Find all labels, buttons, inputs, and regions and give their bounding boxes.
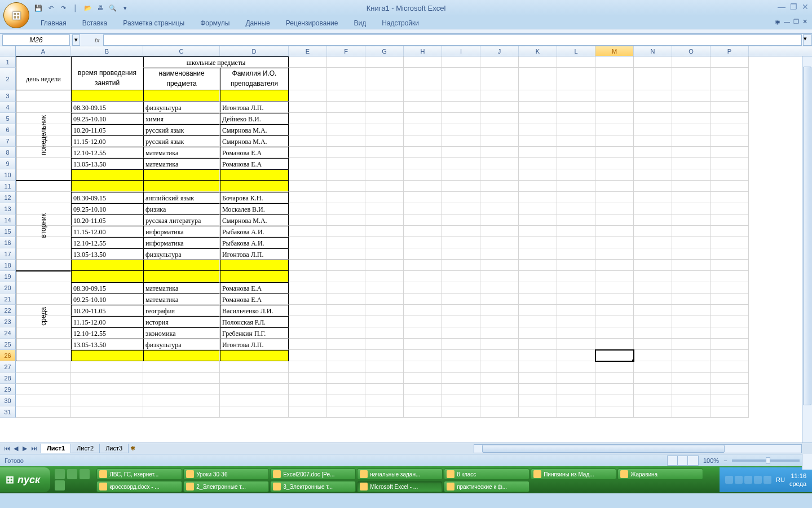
cell[interactable] xyxy=(710,147,749,158)
cell[interactable] xyxy=(710,294,749,305)
teacher-cell[interactable]: Игонтова Л.П. xyxy=(220,102,289,113)
cell[interactable] xyxy=(404,237,442,248)
row-header-19[interactable]: 19 xyxy=(0,271,16,282)
cell[interactable] xyxy=(365,113,404,124)
cell[interactable] xyxy=(634,339,672,350)
cell[interactable] xyxy=(289,294,327,305)
teacher-cell[interactable]: Бочарова К.Н. xyxy=(220,192,289,203)
cell[interactable] xyxy=(519,373,557,384)
cell[interactable] xyxy=(634,395,672,406)
cell[interactable] xyxy=(480,214,519,226)
cell[interactable] xyxy=(595,203,634,214)
cell[interactable] xyxy=(480,305,519,316)
cell[interactable] xyxy=(404,327,442,339)
cell[interactable] xyxy=(710,305,749,316)
cell[interactable] xyxy=(442,294,480,305)
cell[interactable] xyxy=(442,203,480,214)
cell[interactable] xyxy=(634,192,672,203)
cell[interactable] xyxy=(672,147,710,158)
teacher-cell[interactable]: Игонтова Л.П. xyxy=(220,339,289,350)
cell[interactable] xyxy=(519,192,557,203)
cell[interactable] xyxy=(289,181,327,192)
ribbon-tab-Формулы[interactable]: Формулы xyxy=(193,17,236,29)
cell[interactable] xyxy=(480,169,519,181)
row-header-26[interactable]: 26 xyxy=(0,350,16,361)
cell[interactable] xyxy=(289,406,327,418)
cell[interactable] xyxy=(557,90,595,102)
tray-icon[interactable] xyxy=(764,476,771,484)
column-header-D[interactable]: D xyxy=(220,46,289,56)
column-header-G[interactable]: G xyxy=(365,46,404,56)
subject-cell[interactable]: математика xyxy=(143,158,220,169)
cell[interactable] xyxy=(404,406,442,418)
row-header-4[interactable]: 4 xyxy=(0,102,16,113)
cell[interactable] xyxy=(327,361,365,373)
cell[interactable] xyxy=(404,56,442,68)
cell[interactable] xyxy=(519,181,557,192)
cell[interactable] xyxy=(289,350,327,361)
header-day[interactable]: день недели xyxy=(16,68,71,90)
cell[interactable] xyxy=(634,237,672,248)
cell[interactable] xyxy=(220,361,289,373)
header-time[interactable]: время проведениязанятий xyxy=(71,68,143,90)
cell[interactable] xyxy=(557,113,595,124)
row-header-3[interactable]: 3 xyxy=(0,90,16,102)
cell[interactable] xyxy=(365,248,404,260)
cell[interactable] xyxy=(480,395,519,406)
cell[interactable] xyxy=(672,169,710,181)
qat-dropdown-icon[interactable]: ▾ xyxy=(121,3,130,12)
cell[interactable] xyxy=(672,406,710,418)
cell[interactable] xyxy=(557,226,595,237)
sheet-tab-Лист3[interactable]: Лист3 xyxy=(99,444,129,453)
row-header-15[interactable]: 15 xyxy=(0,226,16,237)
teacher-cell[interactable]: Смирнова М.А. xyxy=(220,135,289,147)
cell[interactable] xyxy=(327,203,365,214)
cell[interactable] xyxy=(480,406,519,418)
cell[interactable] xyxy=(634,214,672,226)
cell[interactable] xyxy=(404,373,442,384)
time-cell[interactable]: 09.25-10.10 xyxy=(71,113,143,124)
cell[interactable] xyxy=(710,124,749,135)
cell[interactable] xyxy=(519,395,557,406)
sheet-tab-Лист1[interactable]: Лист1 xyxy=(41,444,71,453)
row-header-14[interactable]: 14 xyxy=(0,214,16,226)
yellow-gap[interactable] xyxy=(220,90,289,102)
cell[interactable] xyxy=(289,282,327,294)
yellow-gap[interactable] xyxy=(143,181,220,192)
cell[interactable] xyxy=(327,327,365,339)
cell[interactable] xyxy=(634,102,672,113)
cell[interactable] xyxy=(442,384,480,395)
cell[interactable] xyxy=(595,124,634,135)
row-header-6[interactable]: 6 xyxy=(0,124,16,135)
cell[interactable] xyxy=(595,56,634,68)
cell[interactable] xyxy=(480,373,519,384)
cell[interactable] xyxy=(327,68,365,90)
cell[interactable] xyxy=(442,373,480,384)
cell[interactable] xyxy=(634,124,672,135)
cell[interactable] xyxy=(672,226,710,237)
formula-input[interactable] xyxy=(103,34,802,46)
cell[interactable] xyxy=(634,361,672,373)
ribbon-tab-Надстройки[interactable]: Надстройки xyxy=(375,17,426,29)
cell[interactable] xyxy=(289,102,327,113)
row-header-7[interactable]: 7 xyxy=(0,135,16,147)
row-header-23[interactable]: 23 xyxy=(0,316,16,327)
time-cell[interactable]: 13.05-13.50 xyxy=(71,339,143,350)
cell[interactable] xyxy=(404,135,442,147)
cell[interactable] xyxy=(480,68,519,90)
cell[interactable] xyxy=(365,316,404,327)
cell[interactable] xyxy=(404,361,442,373)
cell[interactable] xyxy=(480,361,519,373)
cell[interactable] xyxy=(519,90,557,102)
cell[interactable] xyxy=(557,384,595,395)
cell[interactable] xyxy=(327,339,365,350)
cell[interactable] xyxy=(442,147,480,158)
cell[interactable] xyxy=(442,158,480,169)
active-cell[interactable] xyxy=(595,350,634,361)
cell[interactable] xyxy=(365,294,404,305)
cell[interactable] xyxy=(634,135,672,147)
cell[interactable] xyxy=(710,260,749,271)
cell[interactable] xyxy=(289,395,327,406)
cell[interactable] xyxy=(442,339,480,350)
yellow-gap[interactable] xyxy=(220,271,289,282)
